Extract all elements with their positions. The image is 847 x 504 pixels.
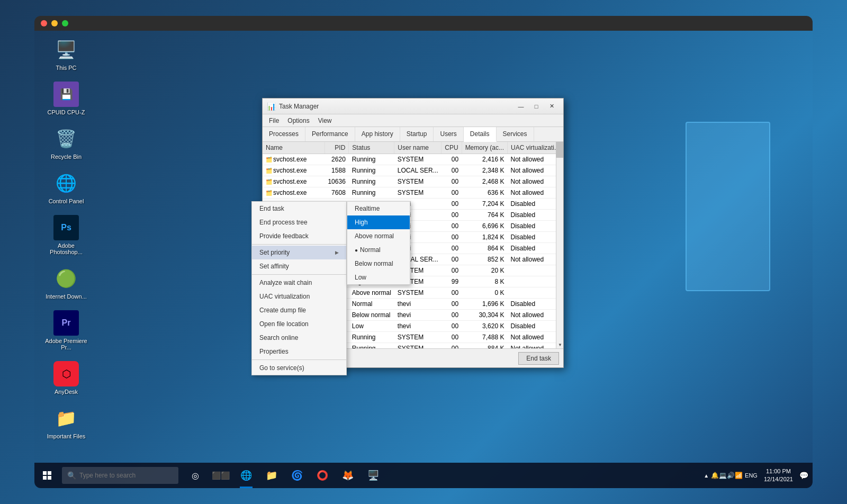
taskbar-clock[interactable]: 11:00 PM 12/14/2021 [760, 467, 797, 484]
tm-scroll-down[interactable]: ▼ [556, 341, 563, 348]
taskbar-cortana[interactable]: ◎ [183, 463, 208, 488]
tab-details[interactable]: Details [464, 127, 497, 142]
tm-scrollbar[interactable]: ▲ ▼ [556, 142, 563, 348]
tm-close-btn[interactable]: ✕ [544, 101, 559, 112]
sub-low[interactable]: Low [347, 271, 410, 284]
table-row[interactable]: 🗂️svchost.exe 1588 Running LOCAL SER... … [263, 165, 563, 176]
tab-processes[interactable]: Processes [263, 127, 305, 141]
mac-close-btn[interactable] [41, 20, 47, 26]
tab-app-history[interactable]: App history [355, 127, 400, 141]
tm-menu-options[interactable]: Options [283, 116, 313, 125]
desktop: 🖥️ This PC 💾 CPUID CPU-Z 🗑️ Recycle Bin … [0, 0, 847, 504]
end-task-btn[interactable]: End task [518, 352, 559, 365]
ctx-uac-virtualization[interactable]: UAC virtualization [252, 290, 346, 303]
col-header-uac[interactable]: UAC virtualizati... [507, 142, 563, 154]
proc-uac: Not allowed [507, 310, 563, 321]
ctx-search-online[interactable]: Search online [252, 331, 346, 345]
col-header-user[interactable]: User name [394, 142, 441, 154]
proc-pid: 10636 [325, 176, 348, 187]
sub-below-normal[interactable]: Below normal [347, 257, 410, 271]
table-row[interactable]: 🗂️svchost.exe 10636 Running SYSTEM 00 2,… [263, 176, 563, 187]
desktop-icon-this-pc[interactable]: 🖥️ This PC [45, 37, 87, 71]
taskbar-app7[interactable]: 🖥️ [361, 463, 386, 488]
sub-normal[interactable]: ●Normal [347, 243, 410, 257]
proc-mem: 864 K [462, 243, 507, 254]
proc-status: Running [349, 154, 394, 165]
taskbar-task-view[interactable]: ⬛⬛ [208, 463, 233, 488]
sub-realtime[interactable]: Realtime [347, 202, 410, 215]
desktop-icon-control-panel[interactable]: 🌐 Control Panel [45, 170, 87, 204]
ctx-divider-2 [252, 274, 346, 275]
normal-check-icon: ● [355, 247, 358, 253]
tm-minimize-btn[interactable]: — [513, 101, 528, 112]
desktop-icon-recycle[interactable]: 🗑️ Recycle Bin [45, 126, 87, 160]
ctx-properties[interactable]: Properties [252, 345, 346, 358]
taskbar-apps: ◎ ⬛⬛ 🌐 📁 🌀 ⭕ 🦊 🖥️ [183, 463, 386, 488]
desktop-icon-photoshop[interactable]: Ps Adobe Photoshop... [45, 215, 87, 255]
start-button[interactable] [34, 463, 60, 488]
taskbar-firefox[interactable]: 🦊 [335, 463, 361, 488]
col-header-status[interactable]: Status [349, 142, 394, 154]
proc-name: 🗂️svchost.exe [263, 154, 325, 165]
col-header-pid[interactable]: PID [325, 142, 348, 154]
col-header-mem[interactable]: Memory (ac... [462, 142, 507, 154]
proc-status: Below normal [349, 310, 394, 321]
desktop-icon-important-files[interactable]: 📁 Important Files [45, 406, 87, 439]
ctx-end-task[interactable]: End task [252, 202, 346, 215]
proc-cpu: 99 [441, 276, 462, 287]
ctx-go-to-service[interactable]: Go to service(s) [252, 361, 346, 375]
proc-cpu: 00 [441, 321, 462, 332]
tm-controls: — □ ✕ [513, 101, 559, 112]
search-input[interactable] [79, 472, 173, 479]
desktop-icon-premiere[interactable]: Pr Adobe Premiere Pr... [45, 310, 87, 350]
tm-restore-btn[interactable]: □ [529, 101, 544, 112]
sub-above-normal[interactable]: Above normal [347, 229, 410, 243]
mac-titlebar [34, 16, 813, 31]
desktop-icon-cpuid[interactable]: 💾 CPUID CPU-Z [45, 82, 87, 115]
ctx-set-priority[interactable]: Set priority ▶ [252, 246, 346, 259]
proc-cpu: 00 [441, 187, 462, 199]
table-row[interactable]: 🗂️svchost.exe 2620 Running SYSTEM 00 2,4… [263, 154, 563, 165]
tab-users[interactable]: Users [434, 127, 463, 141]
proc-cpu: 00 [441, 154, 462, 165]
desktop-icon-idm[interactable]: 🟢 Internet Down... [45, 266, 87, 300]
control-panel-icon: 🌐 [53, 170, 79, 196]
col-header-cpu[interactable]: CPU [441, 142, 462, 154]
ctx-analyze-wait-chain[interactable]: Analyze wait chain [252, 276, 346, 290]
tm-header-row: Name PID Status User name CPU Memory (ac… [263, 142, 563, 154]
notification-icon[interactable]: 💬 [799, 471, 808, 480]
taskbar-chrome[interactable]: 🌀 [284, 463, 310, 488]
tray-lang: ENG [745, 472, 758, 479]
tab-performance[interactable]: Performance [305, 127, 355, 141]
taskbar-opera[interactable]: ⭕ [310, 463, 335, 488]
tm-scroll-thumb[interactable] [556, 142, 563, 158]
ctx-set-affinity[interactable]: Set affinity [252, 259, 346, 273]
photoshop-icon: Ps [53, 215, 79, 240]
ctx-provide-feedback[interactable]: Provide feedback [252, 229, 346, 243]
mac-maximize-btn[interactable] [62, 20, 68, 26]
tray-icons: 🔔💻🔊📶 [711, 472, 743, 479]
tab-services[interactable]: Services [497, 127, 534, 141]
ctx-open-file-location[interactable]: Open file location [252, 317, 346, 331]
ctx-end-process-tree[interactable]: End process tree [252, 215, 346, 229]
mac-minimize-btn[interactable] [51, 20, 58, 26]
tm-menu-view[interactable]: View [314, 116, 336, 125]
ctx-create-dump-file[interactable]: Create dump file [252, 303, 346, 317]
sub-high[interactable]: High [347, 215, 410, 229]
proc-mem: 0 K [462, 287, 507, 299]
tray-expand[interactable]: ▲ [704, 473, 709, 479]
mac-window: 🖥️ This PC 💾 CPUID CPU-Z 🗑️ Recycle Bin … [34, 16, 813, 488]
table-row[interactable]: 🗂️svchost.exe 7608 Running SYSTEM 00 636… [263, 187, 563, 199]
desktop-icon-anydesk[interactable]: ⬡ AnyDesk [45, 361, 87, 395]
taskbar-file-explorer[interactable]: 📁 [259, 463, 284, 488]
proc-uac: Disabled [507, 299, 563, 310]
proc-uac: Disabled [507, 221, 563, 232]
proc-uac: Disabled [507, 232, 563, 243]
tab-startup[interactable]: Startup [400, 127, 434, 141]
taskbar-search[interactable]: 🔍 [62, 467, 178, 484]
tm-menu-file[interactable]: File [265, 116, 283, 125]
taskbar-edge[interactable]: 🌐 [233, 463, 259, 488]
col-header-name[interactable]: Name [263, 142, 325, 154]
proc-user: SYSTEM [394, 154, 441, 165]
proc-icon: 🗂️ [266, 179, 272, 185]
